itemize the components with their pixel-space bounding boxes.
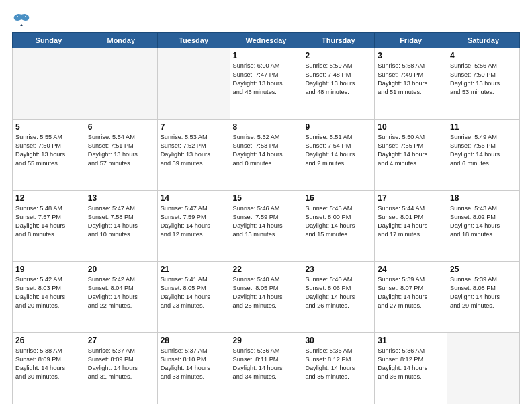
day-number: 7 <box>161 122 227 132</box>
calendar-week-row: 19Sunrise: 5:42 AM Sunset: 8:03 PM Dayli… <box>13 262 520 333</box>
calendar-cell: 23Sunrise: 5:40 AM Sunset: 8:06 PM Dayli… <box>302 262 375 333</box>
day-number: 14 <box>161 193 227 203</box>
calendar-cell: 1Sunrise: 6:00 AM Sunset: 7:47 PM Daylig… <box>230 48 302 120</box>
logo <box>12 12 34 27</box>
day-info: Sunrise: 5:48 AM Sunset: 7:57 PM Dayligh… <box>15 204 82 239</box>
calendar-cell: 22Sunrise: 5:40 AM Sunset: 8:05 PM Dayli… <box>230 262 302 333</box>
svg-point-1 <box>25 16 26 17</box>
calendar-header-friday: Friday <box>375 33 447 48</box>
day-number: 1 <box>233 51 300 60</box>
day-number: 10 <box>378 122 444 132</box>
calendar-cell <box>157 48 230 120</box>
header <box>12 12 520 27</box>
calendar-cell: 20Sunrise: 5:42 AM Sunset: 8:04 PM Dayli… <box>85 262 157 333</box>
calendar-header-sunday: Sunday <box>13 33 85 48</box>
day-number: 28 <box>161 336 227 345</box>
day-info: Sunrise: 5:44 AM Sunset: 8:01 PM Dayligh… <box>378 204 444 239</box>
calendar-cell: 10Sunrise: 5:50 AM Sunset: 7:55 PM Dayli… <box>375 120 447 191</box>
calendar-cell: 12Sunrise: 5:48 AM Sunset: 7:57 PM Dayli… <box>13 191 85 262</box>
calendar-cell: 26Sunrise: 5:38 AM Sunset: 8:09 PM Dayli… <box>13 333 85 404</box>
calendar-table: SundayMondayTuesdayWednesdayThursdayFrid… <box>12 32 520 404</box>
day-info: Sunrise: 5:39 AM Sunset: 8:07 PM Dayligh… <box>378 275 444 310</box>
calendar-cell: 29Sunrise: 5:36 AM Sunset: 8:11 PM Dayli… <box>230 333 302 404</box>
day-info: Sunrise: 5:37 AM Sunset: 8:09 PM Dayligh… <box>88 347 154 381</box>
day-info: Sunrise: 5:49 AM Sunset: 7:56 PM Dayligh… <box>450 133 517 168</box>
calendar-cell: 13Sunrise: 5:47 AM Sunset: 7:58 PM Dayli… <box>85 191 157 262</box>
calendar-cell: 15Sunrise: 5:46 AM Sunset: 7:59 PM Dayli… <box>230 191 302 262</box>
calendar-cell: 19Sunrise: 5:42 AM Sunset: 8:03 PM Dayli… <box>13 262 85 333</box>
day-info: Sunrise: 5:54 AM Sunset: 7:51 PM Dayligh… <box>88 133 154 168</box>
calendar-week-row: 26Sunrise: 5:38 AM Sunset: 8:09 PM Dayli… <box>13 333 520 404</box>
calendar-cell: 16Sunrise: 5:45 AM Sunset: 8:00 PM Dayli… <box>302 191 375 262</box>
day-number: 25 <box>450 265 517 274</box>
day-number: 29 <box>233 336 300 345</box>
day-number: 31 <box>378 336 444 345</box>
day-number: 15 <box>233 193 300 203</box>
calendar-cell <box>447 333 520 404</box>
day-info: Sunrise: 5:36 AM Sunset: 8:11 PM Dayligh… <box>233 347 300 381</box>
day-number: 27 <box>88 336 154 345</box>
day-info: Sunrise: 5:47 AM Sunset: 7:59 PM Dayligh… <box>161 204 227 239</box>
calendar-cell: 5Sunrise: 5:55 AM Sunset: 7:50 PM Daylig… <box>13 120 85 191</box>
day-info: Sunrise: 5:36 AM Sunset: 8:12 PM Dayligh… <box>378 347 444 381</box>
day-number: 6 <box>88 122 154 132</box>
day-info: Sunrise: 5:47 AM Sunset: 7:58 PM Dayligh… <box>88 204 154 239</box>
day-info: Sunrise: 5:52 AM Sunset: 7:53 PM Dayligh… <box>233 133 300 168</box>
day-number: 23 <box>305 265 371 274</box>
day-info: Sunrise: 5:55 AM Sunset: 7:50 PM Dayligh… <box>15 133 82 168</box>
day-info: Sunrise: 5:51 AM Sunset: 7:54 PM Dayligh… <box>305 133 371 168</box>
day-number: 9 <box>305 122 371 132</box>
day-number: 12 <box>15 193 82 203</box>
day-info: Sunrise: 5:42 AM Sunset: 8:04 PM Dayligh… <box>88 275 154 310</box>
calendar-header-row: SundayMondayTuesdayWednesdayThursdayFrid… <box>13 33 520 48</box>
day-number: 17 <box>378 193 444 203</box>
calendar-cell: 14Sunrise: 5:47 AM Sunset: 7:59 PM Dayli… <box>157 191 230 262</box>
calendar-week-row: 5Sunrise: 5:55 AM Sunset: 7:50 PM Daylig… <box>13 120 520 191</box>
day-number: 4 <box>450 51 517 60</box>
calendar-cell: 4Sunrise: 5:56 AM Sunset: 7:50 PM Daylig… <box>447 48 520 120</box>
calendar-cell <box>85 48 157 120</box>
day-info: Sunrise: 5:40 AM Sunset: 8:06 PM Dayligh… <box>305 275 371 310</box>
day-number: 16 <box>305 193 371 203</box>
calendar-cell: 9Sunrise: 5:51 AM Sunset: 7:54 PM Daylig… <box>302 120 375 191</box>
day-info: Sunrise: 5:56 AM Sunset: 7:50 PM Dayligh… <box>450 62 517 97</box>
calendar-header-saturday: Saturday <box>447 33 520 48</box>
day-info: Sunrise: 5:37 AM Sunset: 8:10 PM Dayligh… <box>161 347 227 381</box>
svg-point-0 <box>17 16 18 17</box>
calendar-cell: 2Sunrise: 5:59 AM Sunset: 7:48 PM Daylig… <box>302 48 375 120</box>
day-number: 20 <box>88 265 154 274</box>
calendar-cell: 11Sunrise: 5:49 AM Sunset: 7:56 PM Dayli… <box>447 120 520 191</box>
calendar-cell: 27Sunrise: 5:37 AM Sunset: 8:09 PM Dayli… <box>85 333 157 404</box>
day-number: 22 <box>233 265 300 274</box>
day-info: Sunrise: 6:00 AM Sunset: 7:47 PM Dayligh… <box>233 62 300 97</box>
day-number: 2 <box>305 51 371 60</box>
day-info: Sunrise: 5:59 AM Sunset: 7:48 PM Dayligh… <box>305 62 371 97</box>
day-number: 21 <box>161 265 227 274</box>
day-number: 13 <box>88 193 154 203</box>
day-number: 11 <box>450 122 517 132</box>
day-number: 30 <box>305 336 371 345</box>
day-info: Sunrise: 5:38 AM Sunset: 8:09 PM Dayligh… <box>15 347 82 381</box>
day-info: Sunrise: 5:53 AM Sunset: 7:52 PM Dayligh… <box>161 133 227 168</box>
calendar-header-wednesday: Wednesday <box>230 33 302 48</box>
calendar-cell: 6Sunrise: 5:54 AM Sunset: 7:51 PM Daylig… <box>85 120 157 191</box>
calendar-cell <box>13 48 85 120</box>
day-info: Sunrise: 5:45 AM Sunset: 8:00 PM Dayligh… <box>305 204 371 239</box>
day-info: Sunrise: 5:36 AM Sunset: 8:12 PM Dayligh… <box>305 347 371 381</box>
day-info: Sunrise: 5:41 AM Sunset: 8:05 PM Dayligh… <box>161 275 227 310</box>
day-info: Sunrise: 5:50 AM Sunset: 7:55 PM Dayligh… <box>378 133 444 168</box>
logo-icon <box>12 12 31 27</box>
day-info: Sunrise: 5:43 AM Sunset: 8:02 PM Dayligh… <box>450 204 517 239</box>
page: SundayMondayTuesdayWednesdayThursdayFrid… <box>0 0 532 411</box>
calendar-cell: 17Sunrise: 5:44 AM Sunset: 8:01 PM Dayli… <box>375 191 447 262</box>
day-number: 3 <box>378 51 444 60</box>
day-info: Sunrise: 5:58 AM Sunset: 7:49 PM Dayligh… <box>378 62 444 97</box>
calendar-cell: 24Sunrise: 5:39 AM Sunset: 8:07 PM Dayli… <box>375 262 447 333</box>
day-number: 5 <box>15 122 82 132</box>
day-info: Sunrise: 5:40 AM Sunset: 8:05 PM Dayligh… <box>233 275 300 310</box>
day-info: Sunrise: 5:46 AM Sunset: 7:59 PM Dayligh… <box>233 204 300 239</box>
calendar-week-row: 1Sunrise: 6:00 AM Sunset: 7:47 PM Daylig… <box>13 48 520 120</box>
day-number: 18 <box>450 193 517 203</box>
calendar-cell: 28Sunrise: 5:37 AM Sunset: 8:10 PM Dayli… <box>157 333 230 404</box>
day-number: 8 <box>233 122 300 132</box>
